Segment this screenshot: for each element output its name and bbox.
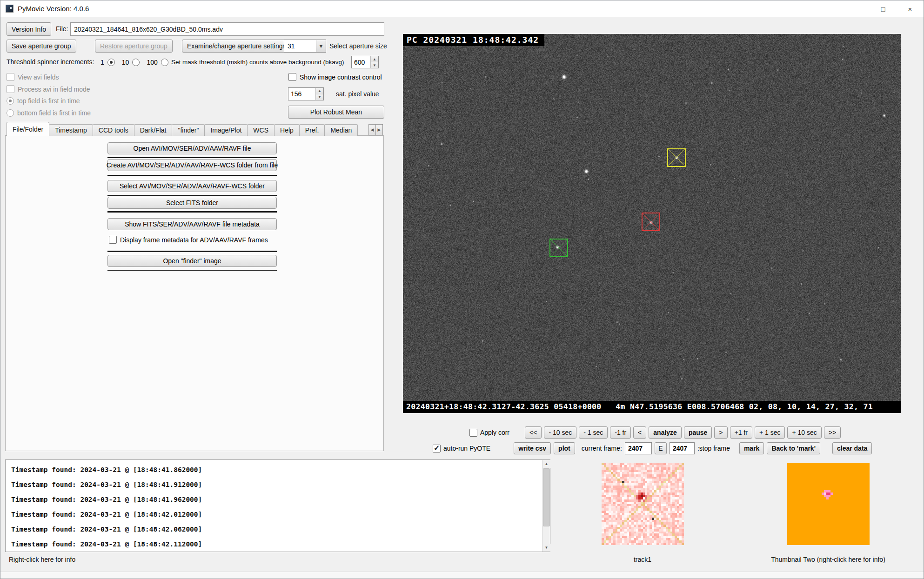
playback-button-analyze[interactable]: analyze bbox=[649, 426, 682, 439]
image-display-area[interactable]: PC 20240321 18:48:42.342 20240321+18:48:… bbox=[403, 34, 901, 413]
mask-threshold-spinbox[interactable]: ▲ ▼ bbox=[351, 56, 379, 68]
stop-frame-label: :stop frame bbox=[697, 445, 730, 452]
save-aperture-group-button[interactable]: Save aperture group bbox=[7, 40, 76, 53]
file-folder-panel: Open AVI/MOV/SER/ADV/AAV/RAVF file Creat… bbox=[5, 135, 384, 451]
threshold-option-label: 10 bbox=[122, 59, 129, 66]
tab-median[interactable]: Median bbox=[324, 124, 358, 136]
log-scrollbar: ▲ ▼ bbox=[542, 460, 550, 552]
title-bar: PyMovie Version: 4.0.6 – □ × bbox=[0, 0, 924, 17]
file-path-input[interactable] bbox=[70, 22, 384, 36]
frame-step-buttons: <<- 10 sec- 1 sec-1 fr<analyzepause>+1 f… bbox=[525, 426, 841, 439]
display-frame-metadata-checkbox[interactable] bbox=[109, 236, 117, 244]
status-info-label: Right-click here for info bbox=[9, 556, 75, 563]
scroll-up-icon[interactable]: ▲ bbox=[542, 460, 550, 468]
divider bbox=[107, 270, 277, 271]
threshold-radio-1[interactable] bbox=[107, 59, 115, 66]
mark-button[interactable]: mark bbox=[739, 442, 764, 454]
playback-button-step-7[interactable]: > bbox=[714, 426, 727, 439]
close-button[interactable]: × bbox=[897, 0, 924, 17]
select-wcs-folder-button[interactable]: Select AVI/MOV/SER/ADV/AAV/RAVF-WCS fold… bbox=[107, 180, 277, 192]
process-avi-field-mode-row: Process avi in field mode bbox=[7, 85, 90, 93]
divider bbox=[107, 195, 277, 196]
auto-run-pyote-row: auto-run PyOTE bbox=[433, 445, 490, 453]
playback-button-10-sec[interactable]: - 10 sec bbox=[544, 426, 576, 439]
tab-image-plot[interactable]: Image/Plot bbox=[204, 124, 248, 136]
view-avi-fields-row: View avi fields bbox=[7, 73, 59, 81]
spin-down-icon[interactable]: ▼ bbox=[316, 94, 323, 100]
thumbnail-one-track1[interactable] bbox=[602, 463, 684, 545]
spin-up-icon[interactable]: ▲ bbox=[371, 56, 378, 62]
minimize-button[interactable]: – bbox=[843, 0, 870, 17]
maximize-button[interactable]: □ bbox=[870, 0, 897, 17]
tab-help[interactable]: Help bbox=[274, 124, 300, 136]
sat-pixel-spinbox[interactable]: ▲ ▼ bbox=[288, 87, 324, 100]
e-button[interactable]: E bbox=[655, 442, 667, 454]
timestamp-log[interactable]: Timestamp found: 2024-03-21 @ [18:48:41.… bbox=[5, 459, 550, 552]
spin-down-icon[interactable]: ▼ bbox=[371, 62, 378, 68]
tab-dark-flat[interactable]: Dark/Flat bbox=[134, 124, 173, 136]
tab-ccd-tools[interactable]: CCD tools bbox=[93, 124, 134, 136]
timestamp-log-lines: Timestamp found: 2024-03-21 @ [18:48:41.… bbox=[6, 460, 542, 552]
mask-threshold-input[interactable] bbox=[352, 56, 370, 68]
pymovie-window: PyMovie Version: 4.0.6 – □ × Version Inf… bbox=[0, 0, 924, 579]
thumbnail-two[interactable] bbox=[787, 463, 870, 545]
aperture-size-select[interactable]: 31 ▼ bbox=[284, 40, 326, 53]
threshold-increment-radios: 110100 bbox=[97, 56, 168, 68]
tab-finder[interactable]: "finder" bbox=[172, 124, 205, 136]
examine-aperture-settings-button[interactable]: Examine/change aperture settings bbox=[182, 40, 291, 53]
playback-button-pause[interactable]: pause bbox=[684, 426, 712, 439]
aperture-marker-green[interactable] bbox=[549, 239, 568, 257]
log-line: Timestamp found: 2024-03-21 @ [18:48:42.… bbox=[11, 522, 536, 537]
restore-aperture-group-button: Restore aperture group bbox=[95, 40, 173, 53]
aperture-size-value: 31 bbox=[284, 42, 316, 50]
window-controls: – □ × bbox=[843, 0, 924, 17]
horizontal-scrollbar[interactable] bbox=[0, 572, 924, 579]
select-fits-folder-button[interactable]: Select FITS folder bbox=[107, 197, 277, 209]
tab-timestamp[interactable]: Timestamp bbox=[49, 124, 93, 136]
apply-corr-checkbox[interactable] bbox=[469, 429, 477, 437]
tab-wcs[interactable]: WCS bbox=[247, 124, 275, 136]
scroll-down-icon[interactable]: ▼ bbox=[542, 544, 550, 552]
playback-button-1-sec[interactable]: - 1 sec bbox=[579, 426, 608, 439]
aperture-marker-yellow[interactable] bbox=[667, 148, 686, 167]
tab-file-folder[interactable]: File/Folder bbox=[7, 122, 49, 136]
current-frame-input[interactable] bbox=[625, 442, 652, 454]
playback-button-10-sec[interactable]: + 10 sec bbox=[787, 426, 821, 439]
playback-button-1-fr[interactable]: +1 fr bbox=[730, 426, 752, 439]
plot-robust-mean-button[interactable]: Plot Robust Mean bbox=[288, 106, 384, 119]
threshold-radio-100[interactable] bbox=[161, 59, 168, 66]
threshold-radio-10[interactable] bbox=[132, 59, 140, 66]
playback-button-1-sec[interactable]: + 1 sec bbox=[755, 426, 785, 439]
playback-button-step-11[interactable]: >> bbox=[824, 426, 841, 439]
sat-pixel-input[interactable] bbox=[288, 88, 315, 100]
log-line: Timestamp found: 2024-03-21 @ [18:48:42.… bbox=[11, 537, 536, 552]
write-csv-button[interactable]: write csv bbox=[514, 442, 551, 454]
spin-up-icon[interactable]: ▲ bbox=[316, 88, 323, 94]
log-line: Timestamp found: 2024-03-21 @ [18:48:42.… bbox=[11, 507, 536, 522]
clear-data-button[interactable]: clear data bbox=[832, 442, 872, 454]
tab-scroll-left-icon[interactable]: ◀ bbox=[368, 124, 376, 135]
playback-button-step-4[interactable]: < bbox=[633, 426, 646, 439]
apply-corr-label: Apply corr bbox=[480, 429, 509, 436]
tab-pref[interactable]: Pref. bbox=[299, 124, 325, 136]
log-line: Timestamp found: 2024-03-21 @ [18:48:41.… bbox=[11, 462, 536, 477]
show-file-metadata-button[interactable]: Show FITS/SER/ADV/AAV/RAVF file metadata bbox=[107, 218, 277, 230]
open-video-file-button[interactable]: Open AVI/MOV/SER/ADV/AAV/RAVF file bbox=[107, 142, 277, 154]
vti-timestamp-bottom-overlay: 20240321+18:48:42.3127-42.3625 05418+000… bbox=[403, 401, 901, 413]
stop-frame-input[interactable] bbox=[670, 442, 695, 454]
open-finder-image-button[interactable]: Open "finder" image bbox=[107, 255, 277, 267]
auto-run-pyote-checkbox[interactable] bbox=[433, 445, 441, 453]
bottom-field-first-row: bottom field is first in time bbox=[7, 109, 91, 117]
playback-button-1-fr[interactable]: -1 fr bbox=[610, 426, 631, 439]
plot-button[interactable]: plot bbox=[554, 442, 575, 454]
sat-pixel-label: sat. pixel value bbox=[336, 87, 379, 100]
thumbnail-two-label: Thumbnail Two (right-click here for info… bbox=[771, 556, 885, 563]
back-to-mark-button[interactable]: Back to 'mark' bbox=[767, 442, 820, 454]
process-avi-field-mode-checkbox bbox=[7, 85, 14, 93]
scrollbar-thumb[interactable] bbox=[543, 468, 550, 526]
aperture-marker-red[interactable] bbox=[642, 213, 660, 231]
version-info-button[interactable]: Version Info bbox=[7, 22, 51, 36]
tab-scroll-right-icon[interactable]: ▶ bbox=[375, 124, 383, 135]
show-contrast-checkbox[interactable] bbox=[288, 73, 296, 81]
playback-button-step-0[interactable]: << bbox=[525, 426, 542, 439]
